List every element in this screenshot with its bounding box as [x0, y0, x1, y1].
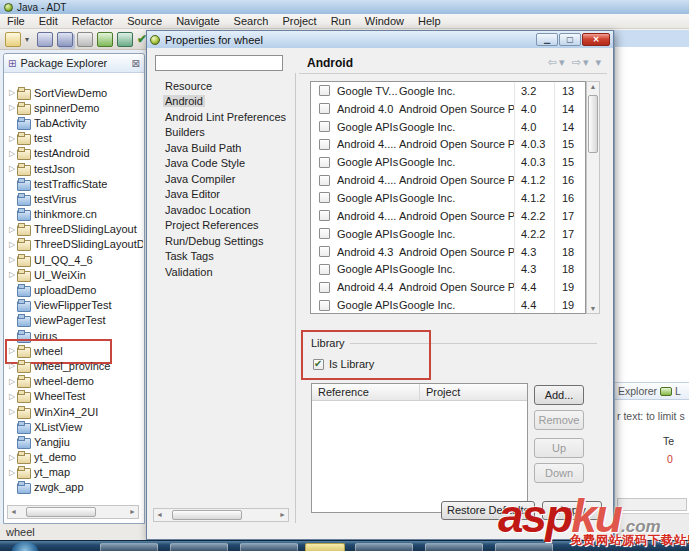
dialog-tree-item[interactable]: Javadoc Location — [152, 202, 292, 218]
tree-item[interactable]: SortViewDemo — [4, 85, 143, 100]
expand-arrow-icon[interactable] — [7, 270, 17, 279]
dialog-tree-item[interactable]: Resource — [152, 78, 292, 94]
expand-arrow-icon[interactable] — [7, 255, 17, 264]
tree-item[interactable]: testVirus — [4, 191, 143, 206]
tree-item[interactable]: testAndroid — [4, 146, 143, 161]
sdk-target-row[interactable]: Google APIs Google Inc. 4.3 18 — [311, 260, 585, 278]
tree-item[interactable]: TabActivity — [4, 115, 143, 130]
dialog-tree-item[interactable]: Task Tags — [152, 249, 292, 265]
menu-item[interactable]: Help — [411, 15, 448, 27]
menu-item[interactable]: Edit — [32, 15, 65, 27]
tree-item[interactable]: thinkmore.cn — [4, 207, 143, 222]
expand-arrow-icon[interactable] — [7, 346, 17, 355]
view-menu-icon[interactable]: ▾ — [595, 56, 603, 68]
dialog-tree-item[interactable]: Run/Debug Settings — [152, 233, 292, 249]
target-checkbox[interactable] — [319, 246, 330, 257]
tree-item[interactable]: ThreeDSlidingLayoutDe — [4, 237, 143, 252]
tree-item[interactable]: 蘑菇街UI — [4, 495, 143, 496]
target-checkbox[interactable] — [319, 300, 330, 311]
forward-dropdown-icon[interactable]: ▾ — [583, 56, 591, 68]
tree-item[interactable]: ThreeDSlidingLayout — [4, 222, 143, 237]
scrollbar-thumb[interactable] — [26, 507, 96, 517]
scroll-right-icon[interactable]: ► — [129, 506, 136, 518]
menu-item[interactable]: Navigate — [169, 15, 226, 27]
close-button[interactable]: ✕ — [582, 33, 610, 46]
apply-button[interactable]: Apply — [542, 501, 602, 520]
expand-arrow-icon[interactable] — [7, 149, 17, 158]
expand-arrow-icon[interactable] — [7, 103, 17, 112]
target-checkbox[interactable] — [319, 139, 330, 150]
tree-item[interactable]: uploadDemo — [4, 282, 143, 297]
sdk-target-row[interactable]: Google TV... Google Inc. 3.2 13 — [311, 82, 585, 100]
target-checkbox[interactable] — [319, 282, 330, 293]
expand-arrow-icon[interactable] — [7, 377, 17, 386]
tree-item[interactable]: wheel_province — [4, 358, 143, 373]
dialog-tree-item[interactable]: Builders — [152, 125, 292, 141]
scroll-left-icon[interactable]: ◄ — [10, 506, 17, 518]
dialog-tree-item[interactable]: Java Compiler — [152, 171, 292, 187]
dropdown-icon[interactable]: ▾ — [25, 32, 33, 47]
tree-item[interactable]: ViewFlipperTest — [4, 298, 143, 313]
sdk-target-row[interactable]: Google APIs Google Inc. 4.4 19 — [311, 296, 585, 314]
project-column-header[interactable]: Project — [420, 386, 460, 398]
expand-arrow-icon[interactable] — [7, 468, 17, 477]
back-dropdown-icon[interactable]: ▾ — [559, 56, 567, 68]
tree-item[interactable]: wheel-demo — [4, 374, 143, 389]
taskbar-button[interactable] — [355, 543, 413, 551]
forward-icon[interactable]: ⇨ — [572, 56, 583, 68]
expand-arrow-icon[interactable] — [7, 240, 17, 249]
save-icon[interactable] — [37, 32, 53, 47]
scroll-left-icon[interactable]: ◄ — [156, 509, 163, 521]
target-checkbox[interactable] — [319, 121, 330, 132]
taskbar-button[interactable] — [100, 543, 158, 551]
scroll-up-icon[interactable]: ▲ — [587, 83, 599, 90]
dialog-tree-item[interactable]: Java Code Style — [152, 156, 292, 172]
save-all-icon[interactable] — [57, 32, 73, 47]
sdk-target-row[interactable]: Android 4.... Android Open Source P... 4… — [311, 207, 585, 225]
tree-item[interactable]: UI_WeiXin — [4, 267, 143, 282]
logcat-tab-label[interactable]: L — [675, 385, 681, 397]
expand-arrow-icon[interactable] — [7, 88, 17, 97]
avd-manager-icon[interactable] — [117, 32, 133, 47]
reference-table[interactable]: Reference Project — [311, 383, 528, 513]
target-checkbox[interactable] — [319, 264, 330, 275]
sdk-target-row[interactable]: Android 4.3 Android Open Source P... 4.3… — [311, 243, 585, 261]
tree-item[interactable]: virus — [4, 328, 143, 343]
target-checkbox[interactable] — [319, 157, 330, 168]
dialog-tree-item[interactable]: Android Lint Preferences — [152, 109, 292, 125]
tree-item[interactable]: WinXin4_2UI — [4, 404, 143, 419]
tree-item[interactable]: yt_demo — [4, 450, 143, 465]
tree-item[interactable]: yt_map — [4, 465, 143, 480]
restore-defaults-button[interactable]: Restore Defaults — [441, 501, 535, 520]
sdk-target-row[interactable]: Android 4.4 Android Open Source P... 4.4… — [311, 278, 585, 296]
minimize-view-icon[interactable]: ⊠ — [132, 58, 140, 69]
tree-item[interactable]: viewPagerTest — [4, 313, 143, 328]
target-checkbox[interactable] — [319, 192, 330, 203]
expand-arrow-icon[interactable] — [7, 225, 17, 234]
explorer-tab-label[interactable]: Explorer — [618, 385, 657, 397]
taskbar-button[interactable] — [170, 543, 228, 551]
sdk-target-row[interactable]: Google APIs Google Inc. 4.2.2 17 — [311, 225, 585, 243]
dialog-tree-item[interactable]: Java Build Path — [152, 140, 292, 156]
scrollbar-thumb[interactable] — [172, 510, 242, 520]
up-button[interactable]: Up — [534, 438, 584, 458]
package-explorer-hscrollbar[interactable]: ◄ ► — [7, 505, 139, 519]
reference-column-header[interactable]: Reference — [312, 384, 420, 400]
sdk-target-row[interactable]: Google APIs Google Inc. 4.1.2 16 — [311, 189, 585, 207]
tree-item[interactable]: testTrafficState — [4, 176, 143, 191]
sdk-target-row[interactable]: Android 4.0 Android Open Source P... 4.0… — [311, 100, 585, 118]
taskbar-button[interactable] — [425, 543, 483, 551]
expand-arrow-icon[interactable] — [7, 164, 17, 173]
tree-item[interactable]: spinnerDemo — [4, 100, 143, 115]
target-checkbox[interactable] — [319, 85, 330, 96]
dialog-tree-hscrollbar[interactable]: ◄ ► — [153, 508, 289, 522]
dialog-tree-item[interactable]: Java Editor — [152, 187, 292, 203]
print-icon[interactable] — [77, 32, 93, 47]
sdk-target-row[interactable]: Google APIs Google Inc. 4.0 14 — [311, 118, 585, 136]
is-library-checkbox[interactable] — [313, 359, 324, 370]
scroll-right-icon[interactable]: ► — [279, 509, 286, 521]
dialog-tree-item[interactable]: Android — [152, 94, 292, 110]
tree-item[interactable]: WheelTest — [4, 389, 143, 404]
filter-input[interactable] — [155, 55, 283, 71]
start-orb-icon[interactable] — [12, 542, 38, 551]
